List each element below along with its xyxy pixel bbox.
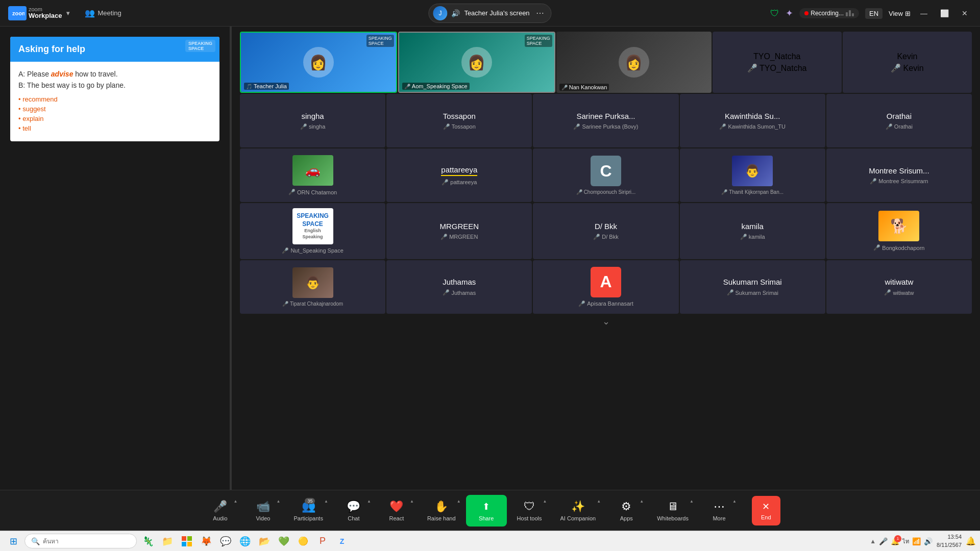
apps-label: Apps <box>620 515 633 521</box>
bullet-recommend: recommend <box>18 94 211 104</box>
notification-bell[interactable]: 🔔 1 <box>891 537 899 545</box>
taskbar-search[interactable]: 🔍 ค้นหา <box>24 534 137 548</box>
participants-chevron-icon[interactable]: ▲ <box>324 499 328 504</box>
main-content: Asking for help SPEAKINGSPACE A: Please … <box>0 27 980 490</box>
end-button[interactable]: ✕ End <box>752 496 780 525</box>
host-tools-label: Host tools <box>517 515 542 521</box>
language-button[interactable]: EN <box>865 8 883 19</box>
ai-companion-button[interactable]: ✨ AI Companion ▲ <box>552 496 604 525</box>
bullet-list: recommend suggest explain tell <box>18 94 211 133</box>
taskbar-app-discord[interactable]: 💬 <box>216 532 235 550</box>
video-icon: 📹 <box>256 500 270 513</box>
ai-companion-label: AI Companion <box>560 515 596 521</box>
whiteboards-button[interactable]: 🖥 Whiteboards ▲ <box>649 496 697 525</box>
audio-chevron-icon[interactable]: ▲ <box>234 499 238 504</box>
search-icon: 🔍 <box>31 537 40 545</box>
taskbar-right: ▲ 🎤 🔔 1 ไท 📶 🔊 13:54 8/11/2567 🔔 <box>870 533 976 549</box>
screen-share-title: Teacher Julia's screen <box>464 9 529 17</box>
taskbar-app-firefox[interactable]: 🦊 <box>197 532 215 550</box>
thanit-mic-icon: 🎤 <box>721 189 727 195</box>
screen-share-pill[interactable]: J 🔊 Teacher Julia's screen ⋯ <box>428 4 551 23</box>
audio-button[interactable]: 🎤 Audio ▲ <box>200 496 240 525</box>
taskbar-app-explorer[interactable]: 📁 <box>158 532 177 550</box>
juthamas-mic-icon: 🎤 <box>443 289 450 296</box>
zoom-chevron-icon[interactable]: ▾ <box>66 10 69 17</box>
taskbar-app-chrome[interactable]: 🟡 <box>294 532 312 550</box>
notification-center-icon[interactable]: 🔔 <box>966 536 976 546</box>
share-button[interactable]: ⬆ Share <box>466 495 507 527</box>
whiteboards-chevron-icon[interactable]: ▲ <box>690 499 694 504</box>
react-chevron-icon[interactable]: ▲ <box>410 499 414 504</box>
tile-nut: SPEAKING SPACE English Speaking 🎤 Nut_Sp… <box>240 203 385 259</box>
tile-singha: singha 🎤 singha <box>240 94 385 147</box>
close-button[interactable]: ✕ <box>958 6 972 20</box>
more-label: More <box>713 515 725 521</box>
more-chevron-icon[interactable]: ▲ <box>732 499 737 504</box>
chat-chevron-icon[interactable]: ▲ <box>367 499 371 504</box>
presentation-card: Asking for help SPEAKINGSPACE A: Please … <box>10 37 219 141</box>
scroll-down-indicator[interactable]: ⌄ <box>240 314 972 329</box>
bottom-toolbar: 🎤 Audio ▲ 📹 Video ▲ 👥 Participants ▲ 35 … <box>0 490 980 531</box>
taskbar-lang[interactable]: ไท <box>902 537 909 546</box>
apps-chevron-icon[interactable]: ▲ <box>640 499 644 504</box>
raise-hand-label: Raise hand <box>427 515 456 521</box>
zoom-logo-icon: zoom <box>8 6 27 20</box>
video-button[interactable]: 📹 Video ▲ <box>242 496 283 525</box>
taskbar-app-zoom[interactable]: Z <box>333 532 351 550</box>
ai-companion-chevron-icon[interactable]: ▲ <box>597 499 601 504</box>
orathai-mic-icon: 🎤 <box>886 123 893 130</box>
chat-label: Chat <box>348 515 359 521</box>
recording-dot <box>804 11 808 15</box>
speaking-space-badge: SPEAKINGSPACE <box>185 40 215 52</box>
recording-badge[interactable]: Recording... <box>799 8 859 18</box>
react-button[interactable]: ❤️ React ▲ <box>376 496 417 525</box>
minimize-button[interactable]: — <box>917 6 931 20</box>
apps-button[interactable]: ⚙ Apps ▲ <box>606 496 647 525</box>
taskbar-app-edge[interactable]: 🌐 <box>236 532 254 550</box>
end-label: End <box>761 514 771 520</box>
zoom-logo[interactable]: zoom zoom Workplace ▾ <box>8 6 69 20</box>
taskbar-time: 13:54 8/11/2567 <box>937 533 962 549</box>
ai-companion-icon: ✨ <box>571 500 585 513</box>
orn-mic-icon: 🎤 <box>288 189 296 195</box>
up-arrow-icon[interactable]: ▲ <box>870 538 876 545</box>
host-tools-chevron-icon[interactable]: ▲ <box>543 499 547 504</box>
screen-share-more-icon[interactable]: ⋯ <box>536 8 544 18</box>
video-tile-kevin: Kevin 🎤 Kevin <box>843 32 972 93</box>
host-tools-icon: 🛡 <box>524 500 535 513</box>
video-chevron-icon[interactable]: ▲ <box>277 499 281 504</box>
left-panel: Asking for help SPEAKINGSPACE A: Please … <box>0 27 230 490</box>
teacher-julia-name: 🎵 Teacher Julia <box>244 83 289 90</box>
taskbar-app-line[interactable]: 💚 <box>275 532 293 550</box>
aom-overlay: SPEAKINGSPACE <box>525 35 552 47</box>
raise-hand-button[interactable]: ✋ Raise hand ▲ <box>419 496 464 525</box>
raise-hand-chevron-icon[interactable]: ▲ <box>457 499 461 504</box>
react-icon: ❤️ <box>389 500 403 513</box>
singha-mic-icon: 🎤 <box>300 123 307 130</box>
more-button[interactable]: ⋯ More ▲ <box>699 496 740 525</box>
taskbar-app-powerpoint[interactable]: P <box>313 532 332 550</box>
speaker-icon: 🔊 <box>451 9 460 17</box>
tile-kawinthida: Kawinthida Su... 🎤 Kawinthida Sumon_TU <box>680 94 825 147</box>
start-button[interactable]: ⊞ <box>4 532 22 550</box>
nut-logo: SPEAKING SPACE English Speaking <box>292 208 333 244</box>
view-button[interactable]: View ⊞ <box>889 10 911 17</box>
chat-button[interactable]: 💬 Chat ▲ <box>333 496 374 525</box>
taskbar-system-icons: ▲ 🎤 🔔 1 ไท 📶 🔊 <box>870 537 933 546</box>
host-tools-button[interactable]: 🛡 Host tools ▲ <box>509 496 550 525</box>
meeting-button[interactable]: 👥 Meeting <box>80 6 127 20</box>
tile-orn: 🚗 🎤 ORN Chatamon <box>240 148 385 202</box>
maximize-button[interactable]: ⬜ <box>937 6 951 20</box>
participants-button[interactable]: 👥 Participants ▲ 35 <box>285 496 331 525</box>
taskbar-app-files[interactable]: 📂 <box>255 532 274 550</box>
kawinthida-mic-icon: 🎤 <box>719 123 726 130</box>
taskbar-app-windows-store[interactable] <box>178 532 196 550</box>
volume-icon[interactable]: 🔊 <box>924 537 933 545</box>
participants-label: Participants <box>293 515 323 521</box>
mic-taskbar-icon[interactable]: 🎤 <box>879 537 888 545</box>
svg-rect-4 <box>182 542 186 546</box>
tile-tossapon: Tossapon 🎤 Tossapon <box>386 94 532 147</box>
svg-rect-3 <box>187 536 192 541</box>
taskbar-app-nature[interactable]: 🦎 <box>139 532 157 550</box>
tossapon-mic-icon: 🎤 <box>443 123 450 130</box>
